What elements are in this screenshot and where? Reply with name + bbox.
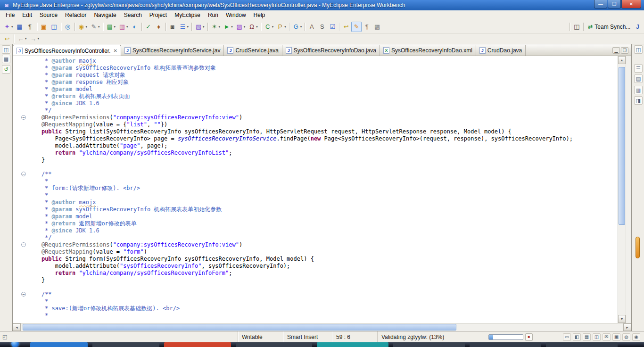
- code-line[interactable]: * form:(请求新增or修改). <br/>: [13, 185, 618, 192]
- code-line[interactable]: * @return 机构拓展表列表页面: [13, 93, 618, 100]
- project-archive-button[interactable]: ◫: [49, 22, 59, 32]
- debug-button[interactable]: ✶▾: [209, 22, 222, 32]
- restore-console-icon[interactable]: ▥: [634, 86, 643, 94]
- code-line[interactable]: */: [13, 107, 618, 114]
- code-line[interactable]: *: [13, 178, 618, 185]
- code-line[interactable]: }: [13, 157, 618, 164]
- code-line[interactable]: * @param sysOfficesRecoveryInfo 机构拓展表表单初…: [13, 206, 618, 213]
- search-button[interactable]: ◉▾: [76, 22, 89, 32]
- web-browser-button[interactable]: ◎: [63, 22, 73, 32]
- last-edit-location-button[interactable]: ↩: [341, 22, 351, 32]
- keyboard-status-icon[interactable]: ▭: [563, 333, 571, 341]
- menu-run[interactable]: Run: [204, 11, 222, 19]
- code-line[interactable]: * @param response 相应对象: [13, 79, 618, 86]
- taskbar-app-red[interactable]: [164, 342, 231, 347]
- tip-of-day-icon[interactable]: ◧: [573, 333, 581, 341]
- text-search-button[interactable]: ✎▾: [89, 22, 101, 32]
- last-edit-location-2-button[interactable]: ↩: [2, 33, 12, 44]
- maximize-button[interactable]: ❐: [608, 0, 621, 8]
- taskbar-app-teal[interactable]: [317, 342, 388, 347]
- code-line[interactable]: public String form(SysOfficesRecoveryInf…: [13, 256, 618, 263]
- code-line[interactable]: − /**: [13, 291, 618, 298]
- code-line[interactable]: return "ylchina/company/sysOfficesRecove…: [13, 270, 618, 277]
- report-designer-button[interactable]: ▧▾: [193, 22, 206, 32]
- code-line[interactable]: * @author maojx: [13, 199, 618, 206]
- ant-build-button[interactable]: A: [306, 22, 317, 32]
- dropdown-arrow-icon[interactable]: ▾: [38, 37, 40, 41]
- menu-source[interactable]: Source: [36, 11, 61, 19]
- code-line[interactable]: *: [13, 312, 618, 319]
- open-browser-button[interactable]: ◐: [130, 22, 140, 32]
- editor-modes-icon[interactable]: ▦: [583, 333, 591, 341]
- tab-crudservice-java[interactable]: JCrudService.java: [224, 45, 282, 56]
- snippets-button[interactable]: ☰▾: [178, 22, 190, 32]
- code-line[interactable]: model.addAttribute("sysOfficesRecoveryIn…: [13, 263, 618, 270]
- dropdown-arrow-icon[interactable]: ▾: [219, 25, 221, 29]
- tab-sysofficesrecoveryinfocontroller-[interactable]: JSysOfficesRecoveryInfoController.✕: [13, 45, 121, 56]
- restore-outline-icon[interactable]: ◫: [634, 45, 643, 54]
- taskbar-app-4[interactable]: [236, 342, 312, 347]
- taskbar-app-8[interactable]: [546, 342, 618, 347]
- save-button[interactable]: ▦: [15, 22, 25, 32]
- dropdown-arrow-icon[interactable]: ▾: [300, 25, 302, 29]
- code-line[interactable]: @RequestMapping(value = {"list", ""}): [13, 121, 618, 128]
- tab-sysofficesrecoveryinfodao-java[interactable]: JSysOfficesRecoveryInfoDao.java: [282, 45, 380, 56]
- collapse-icon[interactable]: −: [21, 115, 26, 120]
- dropdown-arrow-icon[interactable]: ▾: [86, 25, 88, 29]
- code-line[interactable]: return "ylchina/company/sysOfficesRecove…: [13, 149, 618, 157]
- print-button[interactable]: ¶: [25, 22, 35, 32]
- deployment-status-icon[interactable]: ▣: [612, 333, 620, 341]
- minimize-button[interactable]: —: [594, 0, 607, 8]
- restore-snippets-icon[interactable]: ◨: [634, 96, 643, 105]
- tab-close-icon[interactable]: ✕: [114, 48, 117, 53]
- code-line[interactable]: − /**: [13, 171, 618, 178]
- mail-notify-icon[interactable]: ✉: [603, 333, 611, 341]
- tab-sysofficesrecoveryinfoservice-jav[interactable]: JSysOfficesRecoveryInfoService.jav: [121, 45, 224, 56]
- show-whitespace-button[interactable]: ¶: [362, 22, 372, 32]
- menu-help[interactable]: Help: [250, 11, 269, 19]
- horizontal-scroll-track[interactable]: [21, 323, 623, 331]
- forward-history-button[interactable]: →▾: [28, 33, 41, 44]
- vertical-scroll-track[interactable]: [618, 64, 626, 315]
- code-line[interactable]: − @RequiresPermissions("company:sysOffic…: [13, 241, 618, 248]
- server-status-icon[interactable]: ◍: [622, 333, 630, 341]
- minimize-editor-icon[interactable]: ▁: [612, 47, 620, 54]
- taskbar-app-6[interactable]: [393, 342, 465, 347]
- collapse-icon[interactable]: −: [21, 292, 26, 297]
- open-web-page-button[interactable]: G▾: [291, 22, 304, 32]
- code-line[interactable]: [13, 284, 618, 291]
- code-line[interactable]: * @param model: [13, 213, 618, 220]
- code-line[interactable]: Page<SysOfficesRecoveryInfo> page = sysO…: [13, 135, 618, 142]
- code-editor[interactable]: * @author maojx * @param sysOfficesRecov…: [13, 56, 618, 323]
- restore-db-browser-icon[interactable]: ▤: [634, 74, 643, 83]
- code-line[interactable]: * save:(新增or修改机构拓展表基础数据). <br/>: [13, 305, 618, 312]
- block-selection-button[interactable]: ▩: [372, 22, 382, 32]
- code-line[interactable]: * @return 返回新增or修改的表单: [13, 220, 618, 227]
- fast-view-dock-icon[interactable]: ◰: [2, 334, 7, 340]
- menu-refactor[interactable]: Refactor: [61, 11, 90, 19]
- vertical-scroll-thumb[interactable]: [619, 67, 625, 225]
- maximize-editor-icon[interactable]: ❐: [621, 47, 628, 54]
- restore-synchronize-icon[interactable]: ↺: [2, 65, 10, 74]
- code-line[interactable]: * @author maojx: [13, 58, 618, 65]
- capture-button[interactable]: ◙: [167, 22, 178, 32]
- restore-servers-icon[interactable]: ☰: [634, 64, 643, 73]
- new-java-class-button[interactable]: C▾: [263, 22, 275, 32]
- code-line[interactable]: */: [13, 234, 618, 241]
- menu-navigate[interactable]: Navigate: [90, 11, 120, 19]
- dropdown-arrow-icon[interactable]: ▾: [98, 25, 100, 29]
- cancel-progress-icon[interactable]: ■: [525, 333, 533, 341]
- restore-hierarchy-icon[interactable]: ▦: [2, 55, 10, 63]
- code-line[interactable]: * @param request 请求对象: [13, 72, 618, 79]
- perspective-team-sync[interactable]: ⇄Team Synch...: [585, 22, 633, 32]
- dropdown-arrow-icon[interactable]: ▾: [244, 25, 246, 29]
- menu-project[interactable]: Project: [146, 11, 171, 19]
- scroll-right-arrow-icon[interactable]: ►: [623, 323, 631, 331]
- heap-status-icon[interactable]: ◉: [632, 333, 640, 341]
- collapse-icon[interactable]: −: [21, 172, 26, 176]
- code-line[interactable]: * @param sysOfficesRecoveryInfo 机构拓展表查询参…: [13, 65, 618, 72]
- code-line[interactable]: − @RequiresPermissions("company:sysOffic…: [13, 114, 618, 121]
- menu-window[interactable]: Window: [222, 11, 250, 19]
- code-line[interactable]: * @param model: [13, 86, 618, 93]
- menu-myeclipse[interactable]: MyEclipse: [171, 11, 204, 19]
